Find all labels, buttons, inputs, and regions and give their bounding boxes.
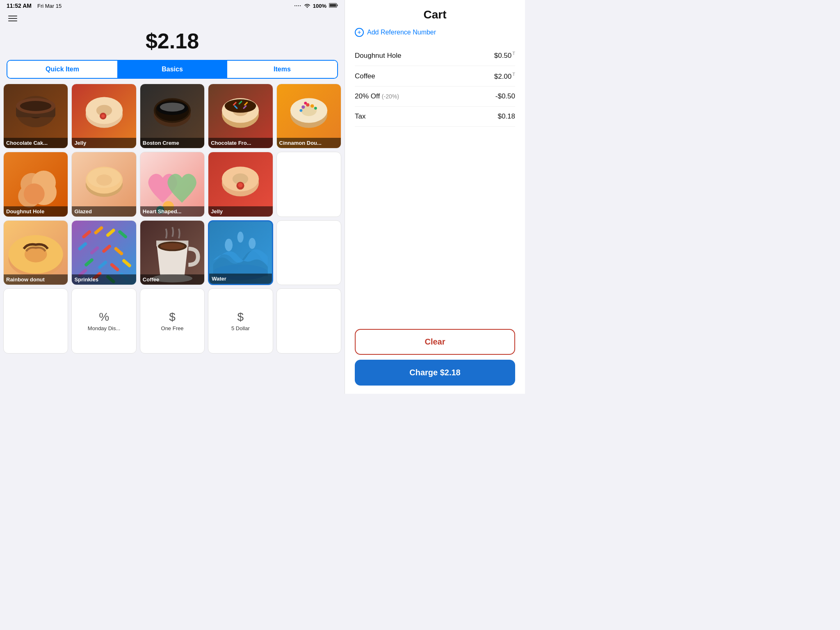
svg-line-59	[80, 244, 86, 249]
item-label-cinnamon-donut: Cinnamon Dou...	[277, 138, 341, 148]
grid-item-chocolate-cake[interactable]: Chocolate Cak...	[3, 84, 68, 148]
svg-point-77	[249, 238, 256, 249]
svg-point-35	[304, 102, 307, 105]
svg-point-51	[238, 183, 243, 187]
grid-item-boston-creme[interactable]: Boston Creme	[140, 84, 205, 148]
cart-title: Cart	[355, 8, 515, 21]
item-label-chocolate-frosted: Chocolate Fro...	[208, 138, 272, 148]
grid-item-empty-1[interactable]	[276, 152, 341, 217]
grid-item-water[interactable]: Water	[208, 220, 273, 285]
items-grid: Chocolate Cak... Jelly	[3, 84, 341, 354]
cart-row-tax: Tax $0.18	[355, 107, 515, 127]
item-label-jelly-2: Jelly	[208, 206, 272, 217]
svg-line-64	[100, 262, 106, 267]
tabs-container: Quick Item Basics Items	[7, 60, 338, 79]
item-label-jelly-1: Jelly	[72, 138, 136, 148]
monday-discount-label: Monday Dis...	[86, 325, 122, 331]
cart-item-price-discount: -$0.50	[495, 92, 515, 100]
item-label-sprinkles: Sprinkles	[72, 274, 136, 285]
item-label-doughnut-hole: Doughnut Hole	[4, 206, 68, 217]
charge-button[interactable]: Charge $2.18	[355, 360, 515, 386]
grid-item-empty-4[interactable]	[276, 288, 341, 353]
grid-item-cinnamon-donut[interactable]: Cinnamon Dou...	[276, 84, 341, 148]
svg-point-7	[20, 101, 52, 111]
grid-item-jelly-2[interactable]: Jelly	[208, 152, 273, 217]
svg-point-17	[160, 103, 185, 112]
total-display: $2.18	[0, 25, 345, 60]
grid-item-rainbow-donut[interactable]: Rainbow donut	[3, 220, 68, 285]
svg-rect-1	[330, 4, 336, 7]
svg-point-32	[310, 104, 314, 107]
clear-button[interactable]: Clear	[355, 329, 515, 355]
svg-rect-2	[337, 5, 338, 6]
item-label-boston-creme: Boston Creme	[140, 138, 204, 148]
item-label-coffee: Coffee	[140, 274, 204, 285]
cart-item-name-coffee: Coffee	[355, 72, 375, 80]
tab-quick-item[interactable]: Quick Item	[7, 61, 117, 78]
status-bar: 11:52 AM Fri Mar 15 ···· 100%	[0, 0, 345, 11]
item-label-chocolate-cake: Chocolate Cak...	[4, 138, 68, 148]
svg-line-56	[96, 228, 102, 233]
discount-percent-label: (-20%)	[382, 93, 399, 100]
cart-row-coffee: Coffee $2.00T	[355, 66, 515, 87]
grid-item-empty-2[interactable]	[276, 220, 341, 285]
svg-point-33	[314, 107, 317, 110]
item-label-rainbow-donut: Rainbow donut	[4, 274, 68, 285]
cart-row-discount: 20% Off (-20%) -$0.50	[355, 87, 515, 107]
signal-icon: ····	[294, 3, 301, 9]
tab-items[interactable]: Items	[227, 61, 337, 78]
grid-item-one-free[interactable]: $ One Free	[140, 288, 205, 353]
monday-discount-icon: %	[99, 310, 109, 324]
plus-circle-icon: +	[355, 28, 364, 37]
cart-row-doughnut-hole: Doughnut Hole $0.50T	[355, 45, 515, 66]
tab-basics[interactable]: Basics	[117, 61, 227, 78]
grid-item-jelly-1[interactable]: Jelly	[71, 84, 136, 148]
add-reference-button[interactable]: + Add Reference Number	[355, 28, 515, 37]
one-free-label: One Free	[160, 325, 185, 331]
grid-item-monday-discount[interactable]: % Monday Dis...	[71, 288, 136, 353]
svg-point-30	[301, 105, 305, 109]
grid-item-chocolate-frosted[interactable]: Chocolate Fro...	[208, 84, 273, 148]
grid-container: Chocolate Cak... Jelly	[0, 84, 345, 394]
wifi-icon	[304, 3, 310, 9]
svg-point-12	[101, 114, 105, 118]
item-label-glazed: Glazed	[72, 206, 136, 217]
cart-item-name-discount: 20% Off (-20%)	[355, 92, 399, 100]
svg-line-62	[116, 249, 122, 253]
grid-item-five-dollar[interactable]: $ 5 Dollar	[208, 288, 273, 353]
cart-item-price-doughnut-hole: $0.50T	[494, 51, 515, 60]
svg-line-58	[120, 232, 126, 237]
status-date: Fri Mar 15	[37, 3, 62, 9]
grid-item-heart-shaped[interactable]: Heart Shaped...	[140, 152, 205, 217]
one-free-icon: $	[169, 310, 176, 324]
battery-label: 100%	[313, 3, 326, 9]
svg-line-55	[84, 232, 90, 237]
left-panel: 11:52 AM Fri Mar 15 ···· 100% $2.18 Quic…	[0, 0, 345, 394]
five-dollar-label: 5 Dollar	[230, 325, 251, 331]
five-dollar-icon: $	[237, 310, 244, 324]
cart-item-name-tax: Tax	[355, 112, 365, 121]
svg-point-21	[225, 99, 256, 113]
svg-point-72	[160, 243, 185, 250]
add-reference-label: Add Reference Number	[367, 29, 436, 36]
grid-item-glazed[interactable]: Glazed	[71, 152, 136, 217]
cart-items-list: Doughnut Hole $0.50T Coffee $2.00T 20% O…	[355, 45, 515, 322]
status-time: 11:52 AM	[7, 2, 32, 9]
item-label-water: Water	[209, 274, 272, 284]
grid-item-coffee[interactable]: Coffee	[140, 220, 205, 285]
grid-item-doughnut-hole[interactable]: Doughnut Hole	[3, 152, 68, 217]
cart-item-price-coffee: $2.00T	[494, 72, 515, 81]
svg-line-57	[108, 230, 114, 235]
svg-line-60	[92, 248, 98, 253]
grid-item-sprinkles[interactable]: Sprinkles	[71, 220, 136, 285]
svg-point-44	[87, 168, 121, 188]
cart-actions: Clear Charge $2.18	[355, 329, 515, 386]
menu-button[interactable]	[7, 14, 19, 23]
svg-line-63	[87, 260, 92, 265]
svg-line-65	[112, 265, 118, 269]
svg-point-76	[237, 232, 244, 243]
status-right: ···· 100%	[294, 3, 338, 9]
cart-item-name-doughnut-hole: Doughnut Hole	[355, 52, 401, 60]
grid-item-empty-3[interactable]	[3, 288, 68, 353]
svg-point-40	[24, 184, 45, 205]
